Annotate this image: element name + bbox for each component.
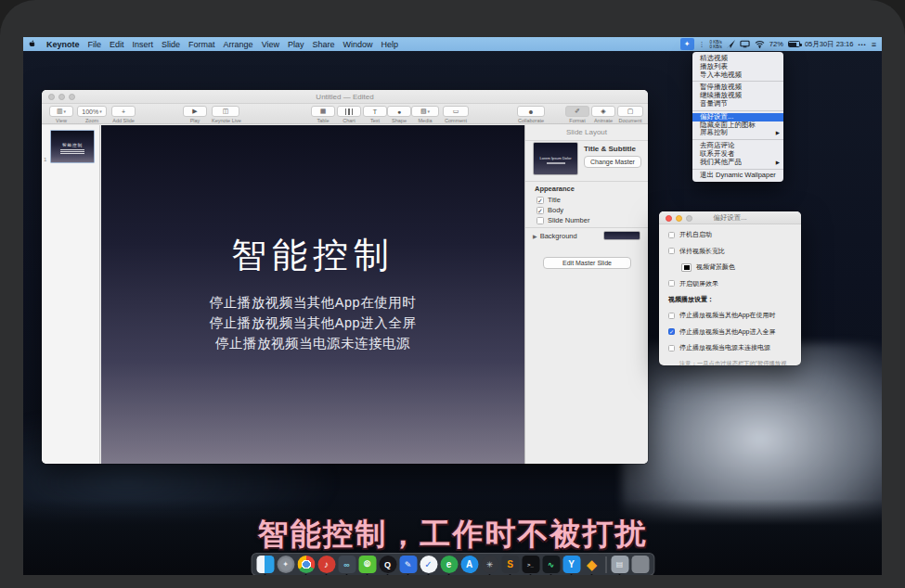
format-button[interactable]: ✐ Format: [565, 106, 589, 123]
network-speed-indicator[interactable]: 0 KB/s0 KB/s: [710, 40, 722, 49]
trash-icon[interactable]: [631, 556, 649, 573]
keynote-icon[interactable]: Y: [562, 556, 580, 573]
sketch-icon[interactable]: ◆: [583, 556, 601, 573]
chart-button[interactable]: Chart: [337, 106, 361, 123]
background-color-well[interactable]: [681, 263, 692, 272]
keynote-live-button[interactable]: ◫ Keynote Live: [212, 106, 239, 123]
add-slide-button[interactable]: + Add Slide: [111, 106, 136, 123]
menu-app-name[interactable]: Keynote: [46, 40, 80, 49]
checkbox[interactable]: [537, 207, 544, 214]
tray-secondary-icon[interactable]: ⋮: [699, 41, 705, 48]
more-status-icon[interactable]: •••: [858, 42, 866, 47]
menu-item-10[interactable]: Help: [381, 40, 399, 49]
close-button[interactable]: [666, 215, 672, 222]
checkbox[interactable]: [668, 280, 675, 287]
menu-item-9[interactable]: Window: [343, 40, 373, 49]
menu-separator: [692, 139, 783, 140]
media-button[interactable]: ▧▾ Media: [411, 106, 439, 123]
animate-button[interactable]: ◈ Animate: [591, 106, 615, 123]
camera-icon: ◫: [223, 108, 229, 115]
checkbox[interactable]: [668, 248, 675, 254]
status-menu-item-10[interactable]: 屏幕控制▶: [692, 129, 783, 137]
checkbox[interactable]: [537, 217, 544, 224]
status-menu-item-6[interactable]: 音量调节: [692, 100, 783, 109]
menu-item-5[interactable]: Arrange: [224, 40, 253, 49]
prefs-row-5: 停止播放视频当其他App在使用时: [668, 311, 792, 320]
wheel-app-icon[interactable]: ✳: [481, 556, 498, 573]
wifi-icon[interactable]: [755, 40, 765, 48]
dynamic-wallpaper-tray-icon[interactable]: ✦: [680, 38, 694, 50]
finder-icon[interactable]: [256, 556, 274, 573]
slide-subtitle[interactable]: 停止播放视频当其他App在使用时 停止播放视频当其他App进入全屏 停止播放视频…: [101, 292, 524, 353]
menu-item-7[interactable]: Play: [288, 40, 304, 49]
status-menu-item-2[interactable]: 导入本地视频: [692, 71, 783, 80]
disclosure-triangle-icon[interactable]: ▶: [533, 233, 537, 239]
battery-icon[interactable]: [788, 41, 800, 47]
zoom-button[interactable]: [69, 94, 75, 100]
chat-link-app-icon[interactable]: ∞: [338, 556, 356, 573]
launchpad-icon[interactable]: ✦: [277, 556, 294, 573]
menu-bar-clock[interactable]: 05月30日 23:16: [805, 40, 854, 49]
menu-item-3[interactable]: Slide: [162, 40, 180, 49]
menu-item-1[interactable]: Edit: [110, 40, 124, 49]
close-button[interactable]: [48, 94, 55, 100]
shape-button[interactable]: ● Shape: [387, 106, 411, 123]
notification-center-icon[interactable]: ≡: [872, 40, 876, 49]
slide-thumbnail[interactable]: 智能控制: [50, 130, 95, 163]
zoom-control[interactable]: 100%▾ Zoom: [77, 106, 107, 123]
menu-item-2[interactable]: Insert: [133, 40, 154, 49]
editor-blue-app-icon[interactable]: ✎: [399, 556, 417, 573]
master-thumbnail[interactable]: Lorem Ipsum Dolor: [533, 142, 578, 175]
activity-monitor-icon[interactable]: ∿: [542, 556, 560, 573]
sublime-text-icon[interactable]: S: [501, 556, 519, 573]
netease-music-icon[interactable]: ♪: [317, 556, 335, 573]
status-menu-item-14[interactable]: 我们其他产品▶: [692, 159, 783, 167]
checkbox[interactable]: [668, 232, 675, 238]
change-master-button[interactable]: Change Master: [584, 156, 641, 168]
slide-title[interactable]: 智能控制: [101, 232, 524, 279]
checkbox[interactable]: [668, 328, 675, 335]
appearance-row-1: Body: [537, 205, 589, 215]
view-button[interactable]: ▥▾ View: [49, 106, 73, 123]
chrome-icon[interactable]: [297, 556, 315, 573]
wechat-icon[interactable]: ⦾: [358, 556, 376, 573]
checkbox[interactable]: [668, 313, 675, 319]
edit-master-slide-button[interactable]: Edit Master Slide: [543, 257, 631, 269]
menu-item-8[interactable]: Share: [313, 40, 335, 49]
qq-icon[interactable]: Q: [379, 556, 396, 573]
zoom-button[interactable]: [686, 215, 692, 222]
display-icon[interactable]: [740, 40, 750, 48]
minimize-button[interactable]: [676, 215, 682, 222]
comment-icon: ▭: [453, 108, 459, 115]
slide-canvas[interactable]: 智能控制 停止播放视频当其他App在使用时 停止播放视频当其他App进入全屏 停…: [101, 125, 524, 464]
menu-item-0[interactable]: File: [88, 40, 102, 49]
minimize-button[interactable]: [58, 94, 65, 100]
checkbox[interactable]: [668, 345, 675, 352]
keynote-titlebar[interactable]: Untitled — Edited: [42, 90, 648, 104]
background-row[interactable]: ▶ Background: [533, 231, 640, 240]
text-button[interactable]: T Text: [363, 106, 387, 123]
menu-separator: [692, 169, 783, 170]
table-button[interactable]: ▦ Table: [311, 106, 335, 123]
menu-item-4[interactable]: Format: [188, 40, 215, 49]
document-button[interactable]: ▢ Document: [617, 106, 643, 123]
location-arrow-icon[interactable]: [727, 40, 735, 48]
collaborate-button[interactable]: ☻ Collaborate: [517, 106, 545, 123]
background-color-swatch[interactable]: [603, 231, 640, 240]
text-icon: T: [373, 109, 377, 115]
menu-item-6[interactable]: View: [262, 40, 279, 49]
prefs-row-1: 保持视频长宽比: [668, 247, 792, 256]
play-button[interactable]: ▶ Play: [183, 106, 207, 123]
status-menu-item-16[interactable]: 退出 Dynamic Wallpaper: [692, 172, 783, 180]
terminal-icon[interactable]: >_: [522, 556, 539, 573]
battery-percent: 72%: [769, 40, 783, 48]
comment-button[interactable]: ▭ Comment: [443, 106, 469, 123]
ticktick-icon[interactable]: ✓: [420, 556, 437, 573]
checkbox[interactable]: [537, 197, 544, 204]
preferences-titlebar[interactable]: 偏好设置...: [659, 211, 801, 224]
app-store-icon[interactable]: A: [460, 556, 478, 573]
utility-app-icon[interactable]: ▤: [611, 556, 628, 573]
dynamic-wallpaper-menu: 精选视频播放列表导入本地视频暂停播放视频继续播放视频音量调节偏好设置...隐藏桌…: [692, 52, 783, 182]
apple-menu-icon[interactable]: [29, 40, 38, 49]
evernote-icon[interactable]: e: [440, 556, 458, 573]
